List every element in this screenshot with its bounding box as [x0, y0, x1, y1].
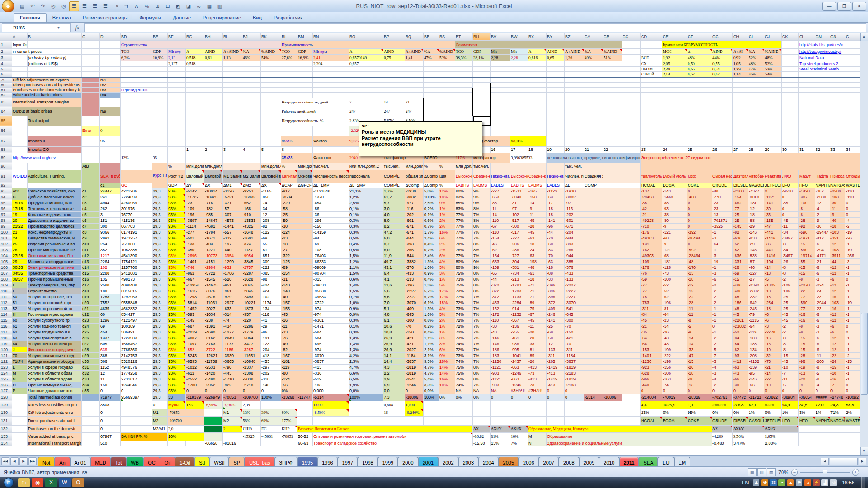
cell[interactable]: -421	[405, 341, 424, 347]
cell[interactable]: -11727	[186, 194, 204, 200]
cell[interactable]	[748, 92, 764, 98]
cell[interactable]	[782, 61, 799, 67]
sheet-tab-2004[interactable]: 2004	[478, 457, 498, 467]
cell[interactable]	[830, 87, 845, 92]
cell[interactable]: -1293	[186, 294, 204, 300]
cell[interactable]: 0,1%	[349, 323, 383, 329]
cell[interactable]: -1416	[764, 235, 782, 241]
cell[interactable]	[565, 61, 584, 67]
cell[interactable]	[815, 72, 830, 77]
cell[interactable]: М2 Заливка денег по	[242, 170, 261, 183]
cell[interactable]: 0,4%	[424, 329, 439, 335]
cell[interactable]: -38806	[603, 394, 622, 401]
cell[interactable]: -82	[281, 347, 297, 352]
cell[interactable]: Steel Statistical Yearb	[799, 67, 861, 72]
cell[interactable]	[603, 194, 622, 200]
cell[interactable]: Нетрудоспособность, %	[281, 116, 349, 126]
cell[interactable]	[547, 409, 565, 416]
cell[interactable]: 5	[261, 146, 281, 153]
cell[interactable]: 30	[782, 146, 799, 153]
cell[interactable]: -1187	[242, 247, 261, 253]
cell[interactable]: -3837	[313, 358, 349, 364]
cell[interactable]: 0	[152, 401, 168, 409]
cell[interactable]: -434	[223, 323, 242, 329]
cell[interactable]	[565, 98, 584, 107]
cell[interactable]: -3	[712, 253, 733, 258]
cell[interactable]	[100, 153, 121, 163]
cell[interactable]	[297, 188, 313, 194]
cell[interactable]	[297, 329, 313, 335]
cell[interactable]	[603, 329, 622, 335]
cell[interactable]: -155	[281, 305, 297, 311]
cell[interactable]: 1,5%	[424, 282, 439, 288]
cell[interactable]	[764, 92, 782, 98]
cell[interactable]: 1,39	[733, 67, 748, 72]
cell[interactable]: -59869	[313, 264, 349, 270]
cell[interactable]: 93,0%	[510, 136, 547, 146]
cell[interactable]	[622, 276, 641, 282]
cell[interactable]	[782, 82, 799, 87]
cell[interactable]: -25	[547, 323, 565, 329]
cell[interactable]	[424, 67, 439, 72]
cell[interactable]	[313, 72, 349, 77]
cell[interactable]	[547, 116, 565, 126]
cell[interactable]: -10221	[242, 300, 261, 305]
cell[interactable]: 53%	[439, 55, 455, 61]
cell[interactable]: 1,92	[662, 55, 687, 61]
cell[interactable]: -1786	[223, 270, 242, 276]
cell[interactable]: 0%	[764, 409, 782, 416]
cell[interactable]: -18	[528, 276, 547, 282]
cell[interactable]: 93%	[168, 376, 186, 382]
column-header-BO[interactable]: BO	[349, 33, 383, 41]
cell[interactable]: -64	[641, 341, 662, 347]
cell[interactable]: -36,82	[473, 432, 491, 441]
cell[interactable]: -520	[223, 276, 242, 282]
cell[interactable]: -49	[281, 341, 297, 347]
cell[interactable]: -44	[830, 258, 845, 264]
cell[interactable]: 0,1%	[349, 206, 383, 211]
cell[interactable]: 6015815	[121, 288, 152, 294]
cell[interactable]: 18	[383, 409, 405, 416]
cell[interactable]: -307	[223, 211, 242, 217]
cell[interactable]	[547, 136, 565, 146]
cell[interactable]: -49228	[641, 217, 662, 223]
cell[interactable]: -154	[733, 194, 748, 200]
cell[interactable]: 1,26	[565, 55, 584, 61]
cell[interactable]: -12	[830, 317, 845, 323]
cell[interactable]: -44	[491, 276, 510, 282]
cell[interactable]: 0	[186, 388, 204, 394]
cell[interactable]: 29,3	[152, 311, 168, 317]
cell[interactable]: 0	[845, 206, 861, 211]
cell[interactable]: 1,14	[733, 72, 748, 77]
cell[interactable]: -36	[764, 211, 782, 217]
cell[interactable]: -122	[261, 229, 281, 235]
cell[interactable]	[186, 126, 204, 136]
cell[interactable]: -57	[223, 206, 242, 211]
cell[interactable]: 0	[845, 200, 861, 206]
sheet-tab-1999[interactable]: 1999	[378, 457, 398, 467]
cell[interactable]: -671	[565, 223, 584, 229]
cell[interactable]: -3882	[565, 194, 584, 200]
cell[interactable]: 72,0	[815, 401, 830, 409]
cell[interactable]: -14159	[313, 229, 349, 235]
cell[interactable]	[603, 294, 622, 300]
cell[interactable]	[242, 61, 261, 67]
cell[interactable]: c2	[82, 194, 100, 200]
cell[interactable]: O	[12, 382, 28, 388]
cell[interactable]: -1246	[405, 382, 424, 388]
sheet-tab-1996[interactable]: 1996	[317, 457, 337, 467]
cell[interactable]: 61	[12, 323, 28, 329]
cell[interactable]: -40	[830, 217, 845, 223]
row-header-126[interactable]: 126	[0, 382, 12, 388]
cell[interactable]	[528, 409, 547, 416]
row-header-134[interactable]: 134	[0, 441, 12, 446]
cell[interactable]	[121, 98, 152, 107]
cell[interactable]: -8	[782, 264, 799, 270]
cell[interactable]	[547, 126, 565, 136]
cell[interactable]	[815, 432, 830, 441]
cell[interactable]: 1,7%	[383, 188, 405, 194]
cell[interactable]	[748, 98, 764, 107]
cell[interactable]: ΔM2	[242, 183, 261, 188]
cell[interactable]: -103	[830, 247, 845, 253]
first-sheet-icon[interactable]: ◀◀	[1, 457, 9, 465]
